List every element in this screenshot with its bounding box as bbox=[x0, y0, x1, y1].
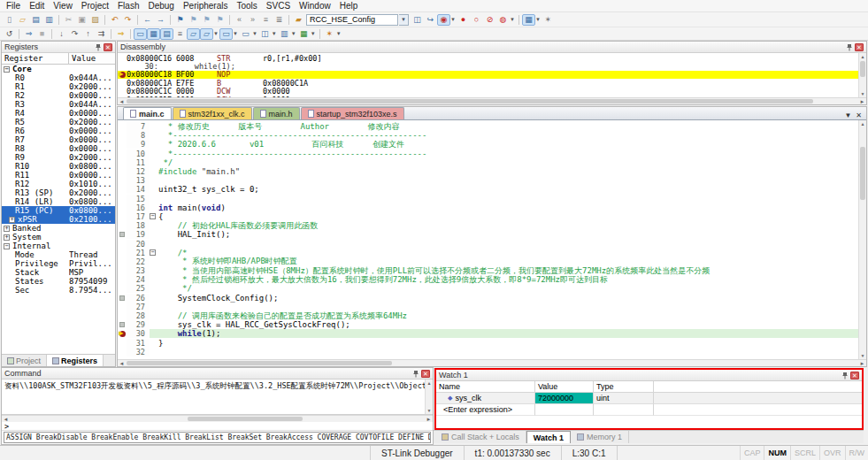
find-next-button[interactable]: ↪ bbox=[424, 14, 437, 26]
code-area[interactable]: 7 * 修改历史 版本号 Author 修改内容8 *-------------… bbox=[118, 120, 858, 359]
serial-window-button-dropdown-icon[interactable]: ▼ bbox=[252, 31, 257, 36]
code-line[interactable]: 16int main(void) bbox=[118, 203, 858, 212]
menu-debug[interactable]: Debug bbox=[143, 1, 178, 11]
memory-window-button[interactable]: ▭ bbox=[219, 28, 233, 40]
code-line[interactable]: 10 *------------------------------------… bbox=[118, 150, 858, 158]
register-row[interactable]: R60x0000... bbox=[2, 126, 115, 135]
comment-button[interactable]: ≡ bbox=[259, 14, 273, 26]
tab-list-dropdown-icon[interactable]: ▼ bbox=[844, 111, 851, 119]
close-icon[interactable]: ✕ bbox=[855, 43, 864, 51]
disassembly-line[interactable]: ▶0x08000C18BF00NOP bbox=[118, 71, 858, 79]
find-button[interactable]: ◉ bbox=[437, 14, 450, 26]
code-line[interactable]: 28 // 调用库函数来检验自己的配置是否成功配置为系统频率64MHz bbox=[118, 311, 858, 320]
breakpoint-margin[interactable] bbox=[118, 322, 127, 327]
register-row[interactable]: PrivilegePrivil... bbox=[2, 259, 115, 268]
register-row[interactable]: R50x2000... bbox=[2, 118, 115, 126]
code-line[interactable]: 26 SystemClock_Config(); bbox=[118, 294, 858, 303]
unindent-button[interactable]: « bbox=[233, 14, 246, 26]
code-line[interactable]: ▶30 while(1); bbox=[118, 329, 858, 338]
code-line[interactable]: 9 * 2020.6.6 v01 百问科技 创建文件 bbox=[118, 140, 858, 149]
register-row[interactable]: R15 (PC)0x0800... bbox=[2, 206, 115, 215]
editor-tab-stm32f1xx-clk-c[interactable]: stm32f1xx_clk.c bbox=[173, 107, 252, 119]
register-row[interactable]: ModeThread bbox=[2, 250, 115, 259]
tab-call-stack-locals[interactable]: Call Stack + Locals bbox=[435, 431, 526, 443]
command-hscrollbar[interactable]: ◄ ► bbox=[2, 415, 433, 422]
run-button[interactable]: ⇒ bbox=[22, 28, 35, 40]
menu-edit[interactable]: Edit bbox=[25, 1, 49, 11]
pin-icon[interactable] bbox=[411, 370, 419, 378]
register-row[interactable]: R10x2000... bbox=[2, 82, 115, 91]
trace-window-button[interactable]: ▥ bbox=[278, 28, 291, 40]
disassembly-window-button[interactable]: ▦ bbox=[147, 28, 160, 40]
code-line[interactable]: 19 HAL_Init(); bbox=[118, 230, 858, 239]
disassembly-line[interactable]: 0x08000C1AE7FEB0x08000C1A bbox=[118, 79, 858, 87]
register-row[interactable]: R70x0000... bbox=[2, 135, 115, 144]
code-line[interactable]: 32 bbox=[118, 348, 858, 356]
watch-row[interactable]: ◆sys_clk72000000uint bbox=[436, 393, 862, 404]
watch-window-button-dropdown-icon[interactable]: ▼ bbox=[213, 31, 219, 36]
register-row[interactable]: −Core bbox=[2, 65, 115, 73]
register-row[interactable]: R40x0000... bbox=[2, 109, 115, 118]
register-row[interactable]: R90x2000... bbox=[2, 153, 115, 162]
register-row[interactable]: R13 (SP)0x2000... bbox=[2, 188, 115, 197]
register-row[interactable]: States87954099 bbox=[2, 277, 115, 286]
expand-icon[interactable]: + bbox=[4, 234, 10, 241]
disassembly-line[interactable]: 0x08000C1C0000DCW0x0000 bbox=[118, 88, 858, 96]
code-line[interactable]: 7 * 修改历史 版本号 Author 修改内容 bbox=[118, 122, 858, 131]
indent-button[interactable]: » bbox=[246, 14, 259, 26]
open-file-button[interactable]: ▱ bbox=[16, 14, 29, 26]
current-statement-icon[interactable]: ▶ bbox=[118, 331, 127, 337]
disassembly-line[interactable]: 0x08000C166008STRr0,[r1,#0x00] bbox=[118, 54, 858, 62]
register-row[interactable]: −Internal bbox=[2, 242, 115, 250]
code-line[interactable]: 24 * 然后经过锁相环放大，最大放大倍数为16，我们要想得到72MHz，此处选… bbox=[118, 275, 858, 284]
menu-file[interactable]: File bbox=[2, 1, 25, 11]
system-viewer-button[interactable]: ▦ bbox=[297, 28, 311, 40]
memory-window-button-dropdown-icon[interactable]: ▼ bbox=[233, 31, 238, 36]
cut-button[interactable]: ✂ bbox=[62, 14, 75, 26]
menu-view[interactable]: View bbox=[49, 1, 77, 11]
run-to-cursor-button[interactable]: ⇉ bbox=[95, 28, 108, 40]
register-row[interactable]: R20x0000... bbox=[2, 91, 115, 100]
disable-breakpoints-button-dropdown-icon[interactable]: ▼ bbox=[510, 17, 515, 22]
disassembly-hscrollbar[interactable]: ◄ ► bbox=[118, 97, 866, 104]
show-current-statement-button[interactable]: ⇒ bbox=[114, 28, 127, 40]
window-layout-button[interactable]: ▦ bbox=[522, 14, 535, 26]
expand-icon[interactable]: + bbox=[9, 217, 15, 223]
close-document-icon[interactable]: ✕ bbox=[856, 111, 862, 119]
step-out-button[interactable]: ↑ bbox=[81, 28, 95, 40]
step-button[interactable]: ↓ bbox=[55, 28, 68, 40]
enable-breakpoint-button[interactable]: ○ bbox=[470, 14, 483, 26]
collapse-icon[interactable]: − bbox=[4, 66, 10, 73]
save-all-button[interactable]: ▥ bbox=[42, 14, 56, 26]
find-button-dropdown-icon[interactable]: ▼ bbox=[450, 17, 456, 22]
code-line[interactable]: 15 bbox=[118, 195, 858, 203]
watch-name-cell[interactable]: <Enter expression> bbox=[436, 404, 535, 416]
menu-flash[interactable]: Flash bbox=[113, 1, 143, 11]
disassembly-line[interactable]: 30: while(1); bbox=[118, 62, 858, 70]
code-line[interactable]: 14uint32_t sys_clk = 0; bbox=[118, 185, 858, 194]
reset-cpu-button[interactable]: ↺ bbox=[3, 28, 16, 40]
prev-bookmark-button[interactable]: ⚑ bbox=[187, 14, 200, 26]
code-line[interactable]: 25 */ bbox=[118, 284, 858, 293]
window-layout-button-dropdown-icon[interactable]: ▼ bbox=[535, 17, 541, 22]
pin-icon[interactable] bbox=[94, 43, 102, 51]
close-icon[interactable]: ✕ bbox=[850, 372, 859, 380]
code-line[interactable]: 18 // 初始化HAL库函数必须要调用此函数 bbox=[118, 221, 858, 230]
code-line[interactable]: 12#include "main.h" bbox=[118, 167, 858, 176]
expand-icon[interactable]: + bbox=[4, 226, 10, 232]
code-line[interactable]: 31} bbox=[118, 339, 858, 348]
command-input[interactable]: > bbox=[2, 422, 433, 431]
callstack-window-button[interactable]: ▱ bbox=[187, 28, 200, 40]
register-row[interactable]: +Banked bbox=[2, 224, 115, 233]
toggle-bookmark-button[interactable]: ⚑ bbox=[173, 14, 187, 26]
stop-button[interactable]: ■ bbox=[35, 28, 49, 40]
menu-peripherals[interactable]: Peripherals bbox=[179, 1, 233, 11]
disassembly-vscrollbar[interactable]: ▲ ▼ bbox=[858, 53, 866, 97]
collapse-icon[interactable]: − bbox=[4, 243, 10, 249]
menu-help[interactable]: Help bbox=[335, 1, 363, 11]
trace-window-button-dropdown-icon[interactable]: ▼ bbox=[291, 31, 296, 36]
copy-button[interactable]: ▣ bbox=[75, 14, 88, 26]
navigate-forward-button[interactable]: → bbox=[154, 14, 167, 26]
breakpoint-margin[interactable] bbox=[118, 232, 127, 237]
command-output[interactable]: 资料\\100ASK_STM32F103开发板资料\\5_程序源码\\3_系统时… bbox=[2, 380, 425, 414]
